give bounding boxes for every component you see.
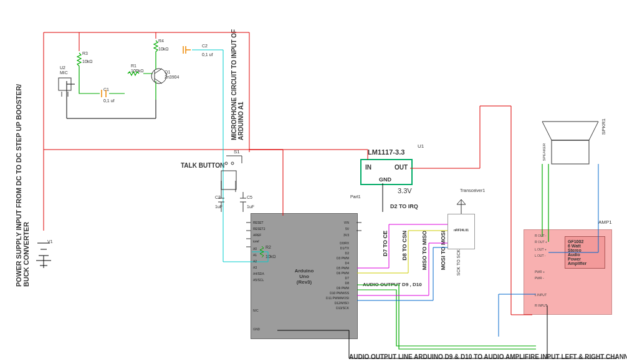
svg-point-1 bbox=[225, 162, 227, 165]
svg-text:PWR -: PWR - bbox=[535, 276, 544, 280]
svg-text:D11 PWM/MOSI: D11 PWM/MOSI bbox=[326, 296, 349, 300]
svg-text:D6 PWM: D6 PWM bbox=[337, 271, 349, 275]
svg-text:D10 PWM/SS: D10 PWM/SS bbox=[330, 291, 350, 295]
svg-text:D4: D4 bbox=[345, 261, 350, 265]
svg-text:R INPUT: R INPUT bbox=[535, 304, 547, 307]
svg-text:N/C: N/C bbox=[253, 309, 259, 312]
svg-text:D12/MISO: D12/MISO bbox=[335, 301, 349, 305]
svg-text:A3: A3 bbox=[253, 266, 257, 269]
svg-text:D0/RX: D0/RX bbox=[340, 241, 349, 245]
svg-text:RESET: RESET bbox=[253, 221, 264, 224]
svg-text:D8: D8 bbox=[345, 281, 350, 285]
svg-text:A0: A0 bbox=[253, 247, 257, 251]
svg-text:A5/SCL: A5/SCL bbox=[253, 278, 264, 282]
svg-text:D9 PWM: D9 PWM bbox=[337, 286, 349, 290]
svg-text:D7: D7 bbox=[345, 276, 350, 280]
svg-text:3V3: 3V3 bbox=[343, 233, 349, 237]
svg-text:ioref: ioref bbox=[253, 239, 259, 243]
svg-text:R OUT -: R OUT - bbox=[535, 234, 547, 237]
svg-text:RESET2: RESET2 bbox=[253, 227, 266, 231]
svg-text:R OUT +: R OUT + bbox=[535, 240, 547, 244]
svg-text:L INPUT: L INPUT bbox=[535, 293, 547, 297]
svg-text:D13/SCK: D13/SCK bbox=[336, 306, 350, 310]
svg-text:5V: 5V bbox=[345, 227, 350, 231]
svg-rect-0 bbox=[221, 171, 236, 189]
svg-text:A4/SDA: A4/SDA bbox=[253, 272, 264, 275]
svg-rect-5 bbox=[552, 140, 589, 164]
svg-text:L OUT -: L OUT - bbox=[535, 254, 546, 257]
schematic-wires: RESETRESET2AREF iorefA0A1 A2A3A4/SDA A5/… bbox=[0, 0, 627, 364]
svg-text:D1/TX: D1/TX bbox=[340, 246, 350, 250]
svg-text:AREF: AREF bbox=[253, 233, 261, 237]
svg-text:A2: A2 bbox=[253, 259, 257, 263]
svg-text:L OUT +: L OUT + bbox=[535, 247, 547, 251]
svg-text:D5 PWM: D5 PWM bbox=[337, 266, 349, 270]
svg-text:D2: D2 bbox=[345, 251, 350, 255]
svg-text:A1: A1 bbox=[253, 253, 257, 257]
svg-text:GND: GND bbox=[253, 327, 261, 331]
svg-text:PWR +: PWR + bbox=[535, 270, 545, 274]
svg-point-2 bbox=[231, 162, 234, 165]
svg-text:D3 PWM: D3 PWM bbox=[337, 256, 349, 260]
svg-text:VIN: VIN bbox=[344, 221, 350, 224]
